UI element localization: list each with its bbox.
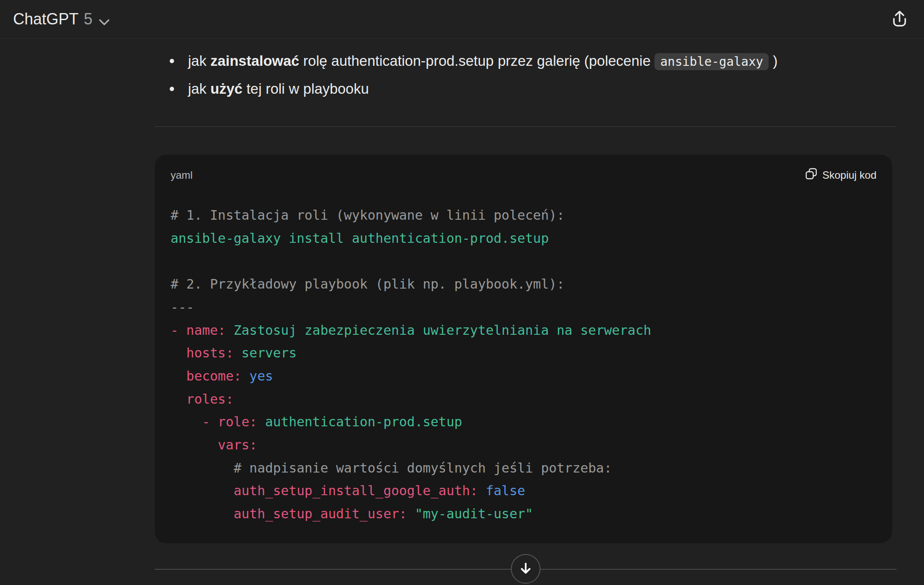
- bullet-list: jak zainstalować rolę authentication-pro…: [155, 51, 897, 99]
- inline-code: ansible-galaxy: [654, 53, 769, 70]
- bullet-text-bold: zainstalować: [210, 53, 299, 69]
- bullet-text: ): [769, 53, 777, 69]
- code-line: roles:: [171, 388, 876, 411]
- list-item: jak użyć tej roli w playbooku: [155, 79, 897, 99]
- share-button[interactable]: [888, 7, 911, 32]
- assistant-message: jak zainstalować rolę authentication-pro…: [155, 39, 897, 543]
- bullet-text: jak: [188, 81, 210, 97]
- code-line: hosts: servers: [171, 342, 876, 365]
- code-language-label: yaml: [171, 169, 193, 181]
- scroll-to-bottom-button[interactable]: [511, 554, 541, 584]
- top-bar: ChatGPT 5: [0, 0, 924, 39]
- code-line: - name: Zastosuj zabezpieczenia uwierzyt…: [171, 319, 876, 342]
- code-content[interactable]: # 1. Instalacja roli (wykonywane w linii…: [155, 186, 892, 543]
- bullet-text: rolę authentication-prod.setup przez gal…: [299, 53, 655, 69]
- arrow-down-icon: [518, 561, 534, 578]
- bullet-text: jak: [188, 53, 210, 69]
- bullet-dot-icon: [170, 59, 174, 63]
- code-line: ansible-galaxy install authentication-pr…: [171, 227, 876, 250]
- section-divider: [155, 126, 897, 127]
- share-icon: [891, 10, 908, 29]
- copy-code-button[interactable]: Skopiuj kod: [805, 166, 876, 184]
- list-item: jak zainstalować rolę authentication-pro…: [155, 51, 897, 72]
- bullet-text: tej roli w playbooku: [243, 81, 369, 97]
- copy-icon: [805, 168, 817, 182]
- code-line: [171, 250, 876, 273]
- model-version: 5: [84, 10, 92, 28]
- copy-button-label: Skopiuj kod: [822, 169, 876, 181]
- model-switcher[interactable]: ChatGPT 5: [13, 9, 110, 30]
- code-line: auth_setup_install_google_auth: false: [171, 480, 876, 503]
- code-line: - role: authentication-prod.setup: [171, 411, 876, 434]
- code-line: vars:: [171, 434, 876, 457]
- code-line: # 1. Instalacja roli (wykonywane w linii…: [171, 204, 876, 227]
- app-name: ChatGPT: [13, 10, 79, 28]
- chevron-down-icon: [99, 11, 110, 30]
- bullet-dot-icon: [170, 87, 174, 91]
- code-line: become: yes: [171, 365, 876, 388]
- code-line: ---: [171, 296, 876, 319]
- code-line: auth_setup_audit_user: "my-audit-user": [171, 503, 876, 526]
- code-block: yaml Skopiuj kod # 1. Instalacja roli (w…: [155, 155, 892, 543]
- code-block-header: yaml Skopiuj kod: [155, 155, 892, 186]
- code-line: # nadpisanie wartości domyślnych jeśli p…: [171, 457, 876, 480]
- bullet-text-bold: użyć: [210, 81, 242, 97]
- code-line: # 2. Przykładowy playbook (plik np. play…: [171, 273, 876, 296]
